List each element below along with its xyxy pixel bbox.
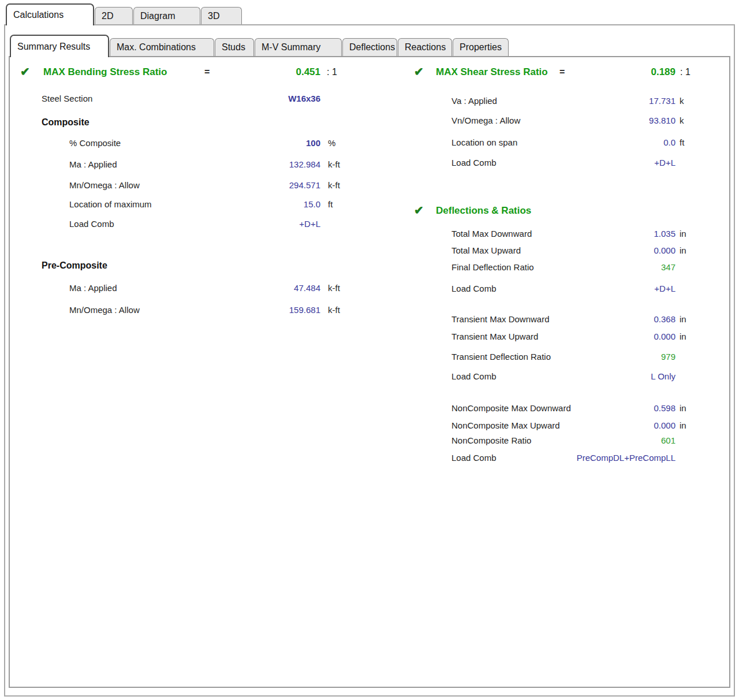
result-row: Load Comb L Only [10,371,729,384]
row-value: 0.000 [560,332,675,341]
row-value: 0.368 [560,314,675,324]
shear-pass-check-icon: ✔ [414,66,424,77]
row-label: Vn/Omega : Allow [451,116,520,125]
tab-properties-label: Properties [460,42,502,53]
row-value: +D+L [560,284,675,293]
row-label: Va : Applied [451,96,497,106]
result-row: Final Deflection Ratio 347 [10,262,729,275]
tab-studs[interactable]: Studs [215,38,254,56]
row-unit: in [680,403,686,413]
result-row: Load Comb PreCompDL+PreCompLL [10,453,729,466]
row-label: Load Comb [69,219,114,229]
result-row: Transient Max Upward 0.000 in [10,332,729,344]
summary-results-page: ✔ MAX Bending Stress Ratio = 0.451 : 1 S… [9,56,730,688]
tab-reactions[interactable]: Reactions [398,38,452,56]
result-row: NonComposite Ratio 601 [10,435,729,448]
row-value: 0.000 [560,420,675,430]
result-row: Transient Deflection Ratio 979 [10,352,729,364]
tab-diagram-label: Diagram [140,11,175,21]
row-unit: in [680,420,686,430]
result-row: Total Max Downward 1.035 in [10,229,729,241]
row-label: Load Comb [451,284,497,293]
row-label: Location on span [451,137,517,147]
result-row: Load Comb +D+L [10,158,729,170]
tab-max-combinations[interactable]: Max. Combinations [110,38,214,56]
result-row: NonComposite Max Downward 0.598 in [10,403,729,416]
row-label: Transient Deflection Ratio [451,352,551,362]
result-row: NonComposite Max Upward 0.000 in [10,420,729,433]
tab-2d[interactable]: 2D [95,7,133,24]
bending-ratio-value: 0.451 [205,66,320,78]
row-label: NonComposite Max Upward [451,420,560,430]
row-label: Load Comb [451,371,497,381]
tab-properties[interactable]: Properties [453,38,509,56]
row-label: NonComposite Max Downward [451,403,571,413]
row-label: Mn/Omega : Allow [69,180,140,190]
row-label: Location of maximum [69,199,152,209]
result-row: Vn/Omega : Allow 93.810 k [10,116,729,128]
row-label: Load Comb [451,158,497,167]
row-label: Final Deflection Ratio [451,262,534,272]
tab-2d-label: 2D [102,11,113,21]
row-value: 93.810 [560,116,675,125]
row-unit: in [680,314,686,324]
row-unit: k-ft [328,180,340,190]
row-value: +D+L [205,219,320,229]
tab-calculations-label: Calculations [13,10,64,20]
tab-deflections-label: Deflections [349,42,395,53]
result-row: Location on span 0.0 ft [10,137,729,150]
row-value: 347 [560,262,675,272]
tab-summary-results-label: Summary Results [17,42,90,52]
row-value: 1.035 [560,229,675,239]
bending-ratio-suffix: : 1 [327,67,337,77]
row-unit: in [680,245,686,255]
row-unit: k [680,116,684,125]
row-label: Total Max Upward [451,245,521,255]
row-value: 15.0 [205,199,320,209]
row-label: Total Max Downward [451,229,532,239]
shear-title: MAX Shear Stress Ratio [436,66,548,78]
row-label: Transient Max Upward [451,332,538,341]
tab-studs-label: Studs [222,42,245,53]
row-unit: in [680,332,686,341]
tab-reactions-label: Reactions [405,42,446,53]
bending-title: MAX Bending Stress Ratio [43,66,167,78]
tab-diagram[interactable]: Diagram [133,7,200,24]
row-value: 979 [560,352,675,362]
result-row: Total Max Upward 0.000 in [10,245,729,258]
result-row: Va : Applied 17.731 k [10,96,729,109]
row-value: 294.571 [205,180,320,190]
result-row: Transient Max Downward 0.368 in [10,314,729,327]
tab-max-combinations-label: Max. Combinations [117,42,196,53]
row-unit: k-ft [328,305,340,315]
row-unit: ft [680,137,684,147]
row-value: +D+L [560,158,675,167]
row-label: Transient Max Downward [451,314,550,324]
row-value: 0.0 [560,137,675,147]
result-row: Load Comb +D+L [10,284,729,296]
tab-deflections[interactable]: Deflections [342,38,397,56]
row-value: 0.000 [560,245,675,255]
shear-ratio-suffix: : 1 [680,67,691,77]
row-value: 159.681 [205,305,320,315]
row-label: NonComposite Ratio [451,435,531,445]
tab-calculations[interactable]: Calculations [6,3,94,25]
deflections-title: Deflections & Ratios [436,205,531,217]
row-unit: ft [328,199,333,209]
row-value: 0.598 [560,403,675,413]
row-value: L Only [560,371,675,381]
result-row: Mn/Omega : Allow 294.571 k-ft [10,180,729,193]
result-row: Location of maximum 15.0 ft [10,199,729,212]
row-value: PreCompDL+PreCompLL [560,453,675,463]
row-unit: k [680,96,684,106]
bending-pass-check-icon: ✔ [20,66,30,77]
tab-mv-summary-label: M-V Summary [262,42,320,53]
tab-3d-label: 3D [208,11,219,21]
shear-ratio-value: 0.189 [560,66,675,78]
row-unit: in [680,229,686,239]
tab-mv-summary[interactable]: M-V Summary [255,38,342,56]
row-value: 17.731 [560,96,675,106]
tab-3d[interactable]: 3D [201,7,242,24]
tab-summary-results[interactable]: Summary Results [10,35,109,57]
row-label: Mn/Omega : Allow [69,305,140,315]
